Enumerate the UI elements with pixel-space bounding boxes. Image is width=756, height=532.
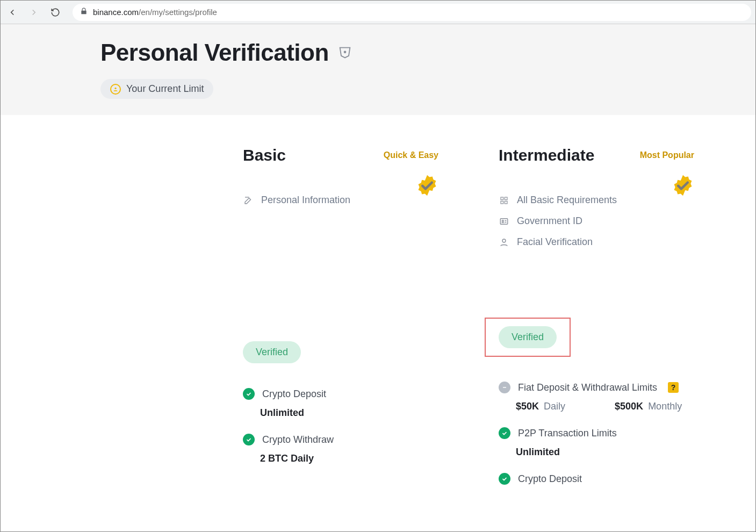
help-icon[interactable]: ? — [668, 382, 679, 393]
limit-label: Fiat Deposit & Withdrawal Limits — [518, 382, 657, 393]
page-header: Personal Verification Your Current Limit — [1, 24, 755, 115]
limit-label: Crypto Deposit — [518, 473, 582, 485]
requirement-label: Facial Verification — [517, 236, 593, 248]
verified-pill-intermediate: Verified — [499, 326, 557, 348]
svg-point-8 — [502, 239, 506, 242]
person-icon — [499, 238, 509, 247]
check-icon — [499, 473, 510, 485]
shield-icon — [337, 45, 352, 60]
edit-icon — [243, 196, 254, 205]
svg-point-1 — [114, 87, 116, 89]
svg-rect-6 — [500, 218, 508, 224]
page-title: Personal Verification — [100, 39, 329, 66]
limit-row: Crypto Deposit — [499, 473, 694, 485]
grid-icon — [499, 196, 509, 205]
limit-value: Unlimited — [516, 447, 560, 457]
minus-icon — [499, 382, 510, 393]
limit-label: P2P Transaction Limits — [518, 428, 617, 439]
svg-point-7 — [502, 220, 503, 221]
requirement-label: Government ID — [517, 215, 582, 227]
svg-rect-4 — [501, 201, 503, 204]
tier-card-basic: Basic Quick & Easy Personal Information … — [243, 146, 438, 492]
check-icon — [499, 427, 510, 439]
limit-row: Crypto Withdraw — [243, 434, 438, 445]
limit-value: 2 BTC Daily — [260, 453, 314, 464]
requirement-row: Facial Verification — [499, 236, 694, 248]
verified-badge-icon — [672, 174, 694, 199]
verified-pill-basic: Verified — [243, 341, 301, 363]
current-limit-chip[interactable]: Your Current Limit — [100, 79, 213, 99]
limit-value: Unlimited — [260, 407, 304, 418]
back-button[interactable] — [5, 5, 20, 20]
limit-label: Crypto Deposit — [262, 389, 326, 400]
tier-tag-basic: Quick & Easy — [384, 150, 438, 160]
limit-row: Fiat Deposit & Withdrawal Limits ? — [499, 382, 694, 393]
tier-title-basic: Basic — [243, 146, 286, 164]
url-text: binance.com/en/my/settings/profile — [93, 8, 217, 17]
check-icon — [243, 434, 255, 445]
requirement-label: All Basic Requirements — [517, 195, 617, 206]
tier-card-intermediate: Intermediate Most Popular All Basic Requ… — [499, 146, 694, 492]
id-card-icon — [499, 217, 509, 226]
requirement-row: Government ID — [499, 215, 694, 227]
limit-values: $50K Daily $500K Monthly — [516, 401, 694, 412]
check-icon — [243, 388, 255, 400]
url-bar[interactable]: binance.com/en/my/settings/profile — [73, 4, 751, 21]
reload-button[interactable] — [48, 5, 63, 20]
requirement-row: All Basic Requirements — [499, 195, 694, 206]
tier-tag-intermediate: Most Popular — [640, 150, 694, 160]
limit-chip-label: Your Current Limit — [126, 83, 204, 95]
svg-rect-2 — [501, 197, 503, 200]
svg-rect-5 — [505, 201, 507, 204]
svg-point-0 — [343, 51, 346, 54]
tier-title-intermediate: Intermediate — [499, 146, 594, 164]
requirement-row: Personal Information — [243, 195, 438, 206]
verified-badge-icon — [416, 174, 438, 199]
requirement-label: Personal Information — [261, 195, 350, 206]
svg-rect-3 — [505, 197, 507, 200]
lock-icon — [80, 8, 88, 17]
limit-row: P2P Transaction Limits — [499, 427, 694, 439]
limit-label: Crypto Withdraw — [262, 434, 334, 445]
browser-toolbar: binance.com/en/my/settings/profile — [1, 1, 755, 24]
forward-button[interactable] — [26, 5, 41, 20]
limit-row: Crypto Deposit — [243, 388, 438, 400]
limit-chip-icon — [110, 84, 121, 95]
highlight-annotation: Verified — [485, 318, 571, 357]
